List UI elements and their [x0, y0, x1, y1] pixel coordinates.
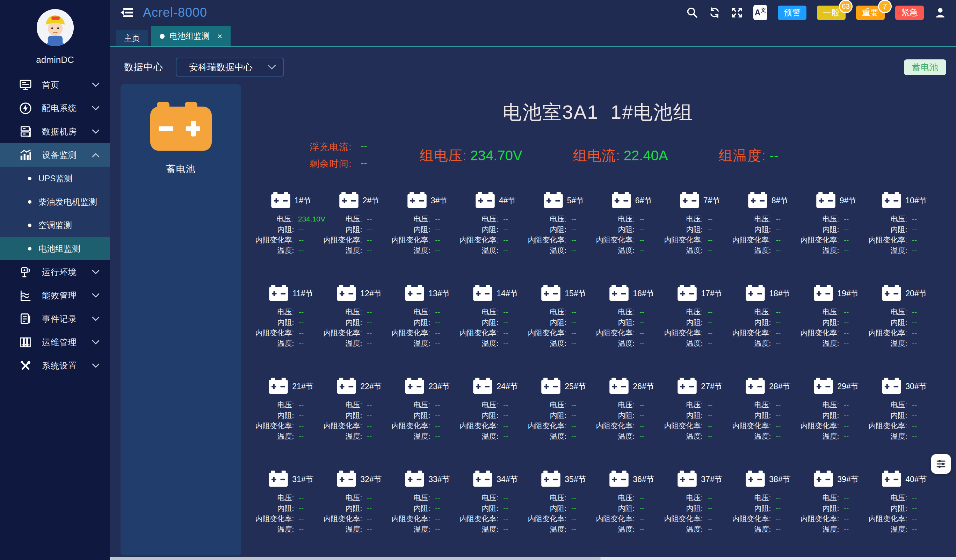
sidebar-subitem-ups-monitor[interactable]: UPS监测 — [0, 167, 110, 190]
battery-cell-number: 7#节 — [703, 195, 720, 206]
avatar[interactable] — [37, 9, 74, 46]
battery-cell-header: 2#节 — [325, 192, 393, 209]
language-icon[interactable]: A文 — [753, 5, 767, 20]
device-panel[interactable]: 蓄电池 — [121, 84, 241, 555]
battery-cell-field-row: 内阻变化率:-- — [598, 421, 666, 430]
field-label-text: 温度: — [481, 246, 498, 255]
field-label-text: 温度: — [822, 525, 839, 533]
field-label-text: 内阻: — [754, 504, 771, 513]
field-value: -- — [503, 432, 508, 440]
battery-cell-field-row: 温度:-- — [393, 339, 462, 348]
field-value: -- — [708, 318, 712, 327]
scrollbar-thumb[interactable] — [110, 557, 601, 560]
field-label: 温度: — [802, 339, 839, 348]
battery-cell-field-row: 内阻:-- — [530, 225, 598, 234]
user-icon[interactable] — [934, 6, 946, 19]
field-label: 内阻变化率: — [257, 236, 294, 244]
sidebar-item-data-room[interactable]: 数据机房 — [0, 120, 110, 143]
bullet-icon — [28, 247, 31, 250]
field-value: -- — [503, 329, 508, 337]
sidebar-item-runtime-environment[interactable]: 运行环境 — [0, 260, 110, 284]
battery-cell-field-row: 温度:-- — [462, 525, 530, 533]
field-value: -- — [571, 493, 576, 502]
battery-cell-field-row: 电压:-- — [802, 400, 870, 409]
battery-cell-field-row: 电压:-- — [598, 493, 666, 502]
battery-cell-header: 5#节 — [530, 192, 598, 209]
battery-cell-number: 13#节 — [428, 288, 450, 299]
alarm-button-critical[interactable]: 紧急 — [895, 6, 924, 20]
fullscreen-icon[interactable] — [731, 6, 743, 19]
battery-cell-field-row: 内阻变化率:-- — [393, 329, 462, 337]
battery-cell-number: 14#节 — [497, 288, 518, 299]
battery-cell-field-row: 内阻变化率:-- — [598, 236, 666, 244]
battery-cell-fields: 电压:--内阻:--内阻变化率:--温度:-- — [325, 214, 393, 255]
field-value: -- — [912, 318, 917, 327]
field-label: 电压: — [666, 493, 703, 502]
field-label-text: 内阻: — [618, 318, 635, 327]
battery-cell-fields: 电压:--内阻:--内阻变化率:--温度:-- — [666, 493, 734, 533]
battery-cell-header: 8#节 — [734, 192, 802, 209]
battery-cell-field-row: 电压:-- — [462, 400, 530, 409]
refresh-icon[interactable] — [709, 6, 720, 19]
sidebar-item-power-distribution[interactable]: 配电系统 — [0, 96, 110, 120]
sidebar-item-ops-management[interactable]: 运维管理 — [0, 330, 110, 354]
sidebar-subitem-diesel-generator-monitor[interactable]: 柴油发电机监测 — [0, 190, 110, 214]
battery-cell-fields: 电压:--内阻:--内阻变化率:--温度:-- — [666, 214, 734, 255]
field-label: 内阻: — [530, 225, 566, 234]
tab-battery-group-monitor[interactable]: 电池组监测× — [151, 26, 231, 46]
field-label: 内阻: — [802, 225, 839, 234]
field-value: -- — [844, 246, 849, 255]
field-value: -- — [844, 504, 849, 513]
field-value: -- — [435, 504, 440, 513]
field-value: -- — [640, 246, 644, 255]
field-label: 电压: — [393, 400, 430, 409]
sidebar-item-energy-management[interactable]: 能效管理 — [0, 284, 110, 307]
battery-cell-field-row: 内阻:-- — [257, 504, 325, 513]
battery-cell-header: 7#节 — [666, 192, 734, 209]
field-label-text: 温度: — [345, 246, 362, 255]
battery-cell: 20#节电压:--内阻:--内阻变化率:--温度:-- — [870, 285, 939, 348]
binders-icon — [18, 335, 33, 350]
sidebar-item-home[interactable]: 首页 — [0, 73, 110, 96]
field-value: -- — [708, 246, 712, 255]
battery-cell-field-row: 温度:-- — [393, 246, 462, 255]
battery-cell-field-row: 内阻变化率:-- — [666, 421, 734, 430]
toolbar: 数据中心 安科瑞数据中心 蓄电池 — [124, 58, 946, 77]
filter-float-button[interactable] — [931, 454, 951, 474]
field-value: -- — [571, 329, 576, 337]
field-value: -- — [299, 307, 303, 316]
sidebar-item-device-monitor[interactable]: 设备监测 — [0, 143, 110, 167]
field-label: 内阻变化率: — [462, 236, 498, 244]
battery-cell-field-row: 温度:-- — [802, 432, 870, 440]
field-label: 内阻变化率: — [462, 329, 498, 337]
alarm-button-important[interactable]: 重要7 — [856, 6, 885, 20]
search-icon[interactable] — [686, 6, 698, 19]
tab-home[interactable]: 主页 — [116, 30, 148, 46]
horizontal-scrollbar[interactable] — [110, 557, 956, 560]
battery-icon — [612, 192, 631, 209]
battery-cell-field-row: 内阻:-- — [598, 225, 666, 234]
battery-cell-field-row: 电压:-- — [325, 214, 393, 223]
alarm-button-warning[interactable]: 预警 — [778, 6, 807, 20]
battery-cell: 4#节电压:--内阻:--内阻变化率:--温度:-- — [462, 192, 530, 255]
sidebar-collapse-icon[interactable] — [120, 7, 135, 18]
field-value: -- — [435, 339, 440, 348]
sidebar-item-system-settings[interactable]: 系统设置 — [0, 354, 110, 377]
sidebar-subitem-battery-group-monitor[interactable]: 电池组监测 — [0, 237, 110, 260]
alarm-button-general[interactable]: 一般63 — [817, 6, 846, 20]
sidebar-item-event-log[interactable]: 事件记录 — [0, 307, 110, 330]
field-label-text: 电压: — [754, 307, 771, 316]
battery-cell-field-row: 内阻:-- — [598, 318, 666, 327]
field-label-text: 内阻: — [481, 225, 498, 234]
battery-cell-field-row: 内阻变化率:-- — [734, 514, 802, 523]
battery-cell-field-row: 内阻:-- — [802, 318, 870, 327]
field-label: 温度: — [257, 246, 294, 255]
battery-cell-field-row: 温度:-- — [802, 246, 870, 255]
datacenter-select[interactable]: 安科瑞数据中心 — [176, 58, 284, 77]
field-label-text: 电压: — [277, 214, 293, 223]
battery-cell-number: 21#节 — [292, 381, 313, 392]
close-icon[interactable]: × — [217, 32, 222, 41]
field-label-text: 内阻变化率: — [459, 514, 498, 523]
battery-filter-button[interactable]: 蓄电池 — [904, 60, 946, 75]
sidebar-subitem-aircon-monitor[interactable]: 空调监测 — [0, 214, 110, 237]
